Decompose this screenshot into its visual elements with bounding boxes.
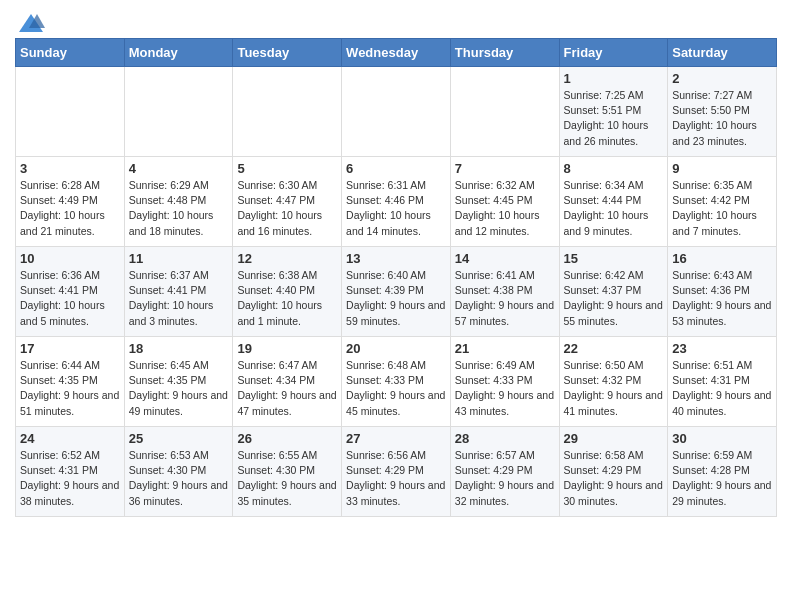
day-number: 7	[455, 161, 555, 176]
day-number: 27	[346, 431, 446, 446]
logo-icon	[17, 10, 45, 38]
calendar-cell: 15Sunrise: 6:42 AM Sunset: 4:37 PM Dayli…	[559, 247, 668, 337]
day-info: Sunrise: 6:52 AM Sunset: 4:31 PM Dayligh…	[20, 448, 120, 509]
day-number: 6	[346, 161, 446, 176]
calendar-cell: 17Sunrise: 6:44 AM Sunset: 4:35 PM Dayli…	[16, 337, 125, 427]
day-info: Sunrise: 6:50 AM Sunset: 4:32 PM Dayligh…	[564, 358, 664, 419]
day-info: Sunrise: 6:38 AM Sunset: 4:40 PM Dayligh…	[237, 268, 337, 329]
calendar-cell: 25Sunrise: 6:53 AM Sunset: 4:30 PM Dayli…	[124, 427, 233, 517]
day-info: Sunrise: 7:25 AM Sunset: 5:51 PM Dayligh…	[564, 88, 664, 149]
day-info: Sunrise: 6:44 AM Sunset: 4:35 PM Dayligh…	[20, 358, 120, 419]
day-number: 18	[129, 341, 229, 356]
day-number: 2	[672, 71, 772, 86]
day-info: Sunrise: 6:48 AM Sunset: 4:33 PM Dayligh…	[346, 358, 446, 419]
day-number: 20	[346, 341, 446, 356]
day-info: Sunrise: 6:58 AM Sunset: 4:29 PM Dayligh…	[564, 448, 664, 509]
day-info: Sunrise: 6:53 AM Sunset: 4:30 PM Dayligh…	[129, 448, 229, 509]
day-info: Sunrise: 6:35 AM Sunset: 4:42 PM Dayligh…	[672, 178, 772, 239]
calendar-cell	[450, 67, 559, 157]
day-info: Sunrise: 6:37 AM Sunset: 4:41 PM Dayligh…	[129, 268, 229, 329]
day-number: 12	[237, 251, 337, 266]
calendar-cell: 8Sunrise: 6:34 AM Sunset: 4:44 PM Daylig…	[559, 157, 668, 247]
calendar-cell	[16, 67, 125, 157]
day-number: 3	[20, 161, 120, 176]
calendar-cell: 6Sunrise: 6:31 AM Sunset: 4:46 PM Daylig…	[342, 157, 451, 247]
day-info: Sunrise: 6:47 AM Sunset: 4:34 PM Dayligh…	[237, 358, 337, 419]
day-number: 14	[455, 251, 555, 266]
calendar-cell: 3Sunrise: 6:28 AM Sunset: 4:49 PM Daylig…	[16, 157, 125, 247]
day-info: Sunrise: 7:27 AM Sunset: 5:50 PM Dayligh…	[672, 88, 772, 149]
column-header-thursday: Thursday	[450, 39, 559, 67]
calendar-week-row: 10Sunrise: 6:36 AM Sunset: 4:41 PM Dayli…	[16, 247, 777, 337]
day-number: 28	[455, 431, 555, 446]
day-info: Sunrise: 6:36 AM Sunset: 4:41 PM Dayligh…	[20, 268, 120, 329]
calendar-cell: 11Sunrise: 6:37 AM Sunset: 4:41 PM Dayli…	[124, 247, 233, 337]
day-number: 16	[672, 251, 772, 266]
calendar-week-row: 17Sunrise: 6:44 AM Sunset: 4:35 PM Dayli…	[16, 337, 777, 427]
calendar-cell: 20Sunrise: 6:48 AM Sunset: 4:33 PM Dayli…	[342, 337, 451, 427]
calendar-cell: 24Sunrise: 6:52 AM Sunset: 4:31 PM Dayli…	[16, 427, 125, 517]
day-info: Sunrise: 6:30 AM Sunset: 4:47 PM Dayligh…	[237, 178, 337, 239]
day-info: Sunrise: 6:28 AM Sunset: 4:49 PM Dayligh…	[20, 178, 120, 239]
calendar-cell: 28Sunrise: 6:57 AM Sunset: 4:29 PM Dayli…	[450, 427, 559, 517]
calendar-header-row: SundayMondayTuesdayWednesdayThursdayFrid…	[16, 39, 777, 67]
calendar-cell: 14Sunrise: 6:41 AM Sunset: 4:38 PM Dayli…	[450, 247, 559, 337]
calendar-cell: 10Sunrise: 6:36 AM Sunset: 4:41 PM Dayli…	[16, 247, 125, 337]
calendar-cell: 13Sunrise: 6:40 AM Sunset: 4:39 PM Dayli…	[342, 247, 451, 337]
day-info: Sunrise: 6:55 AM Sunset: 4:30 PM Dayligh…	[237, 448, 337, 509]
day-number: 17	[20, 341, 120, 356]
day-info: Sunrise: 6:45 AM Sunset: 4:35 PM Dayligh…	[129, 358, 229, 419]
calendar-cell: 4Sunrise: 6:29 AM Sunset: 4:48 PM Daylig…	[124, 157, 233, 247]
day-info: Sunrise: 6:56 AM Sunset: 4:29 PM Dayligh…	[346, 448, 446, 509]
day-number: 19	[237, 341, 337, 356]
column-header-wednesday: Wednesday	[342, 39, 451, 67]
calendar-cell: 16Sunrise: 6:43 AM Sunset: 4:36 PM Dayli…	[668, 247, 777, 337]
calendar-cell	[124, 67, 233, 157]
day-number: 26	[237, 431, 337, 446]
column-header-friday: Friday	[559, 39, 668, 67]
day-info: Sunrise: 6:57 AM Sunset: 4:29 PM Dayligh…	[455, 448, 555, 509]
calendar-cell: 30Sunrise: 6:59 AM Sunset: 4:28 PM Dayli…	[668, 427, 777, 517]
day-number: 30	[672, 431, 772, 446]
column-header-sunday: Sunday	[16, 39, 125, 67]
calendar-cell: 26Sunrise: 6:55 AM Sunset: 4:30 PM Dayli…	[233, 427, 342, 517]
day-info: Sunrise: 6:43 AM Sunset: 4:36 PM Dayligh…	[672, 268, 772, 329]
calendar-cell: 29Sunrise: 6:58 AM Sunset: 4:29 PM Dayli…	[559, 427, 668, 517]
day-number: 23	[672, 341, 772, 356]
calendar-cell: 18Sunrise: 6:45 AM Sunset: 4:35 PM Dayli…	[124, 337, 233, 427]
logo	[15, 10, 45, 32]
day-info: Sunrise: 6:59 AM Sunset: 4:28 PM Dayligh…	[672, 448, 772, 509]
day-number: 1	[564, 71, 664, 86]
day-info: Sunrise: 6:51 AM Sunset: 4:31 PM Dayligh…	[672, 358, 772, 419]
calendar-cell: 5Sunrise: 6:30 AM Sunset: 4:47 PM Daylig…	[233, 157, 342, 247]
day-number: 4	[129, 161, 229, 176]
calendar-week-row: 1Sunrise: 7:25 AM Sunset: 5:51 PM Daylig…	[16, 67, 777, 157]
day-number: 8	[564, 161, 664, 176]
calendar-cell: 27Sunrise: 6:56 AM Sunset: 4:29 PM Dayli…	[342, 427, 451, 517]
day-info: Sunrise: 6:32 AM Sunset: 4:45 PM Dayligh…	[455, 178, 555, 239]
calendar-cell	[342, 67, 451, 157]
column-header-tuesday: Tuesday	[233, 39, 342, 67]
day-info: Sunrise: 6:41 AM Sunset: 4:38 PM Dayligh…	[455, 268, 555, 329]
calendar-cell: 19Sunrise: 6:47 AM Sunset: 4:34 PM Dayli…	[233, 337, 342, 427]
calendar-week-row: 3Sunrise: 6:28 AM Sunset: 4:49 PM Daylig…	[16, 157, 777, 247]
calendar-cell: 2Sunrise: 7:27 AM Sunset: 5:50 PM Daylig…	[668, 67, 777, 157]
calendar-cell: 12Sunrise: 6:38 AM Sunset: 4:40 PM Dayli…	[233, 247, 342, 337]
calendar-cell: 1Sunrise: 7:25 AM Sunset: 5:51 PM Daylig…	[559, 67, 668, 157]
calendar-cell: 22Sunrise: 6:50 AM Sunset: 4:32 PM Dayli…	[559, 337, 668, 427]
day-number: 15	[564, 251, 664, 266]
day-number: 11	[129, 251, 229, 266]
page-header	[15, 10, 777, 32]
day-info: Sunrise: 6:34 AM Sunset: 4:44 PM Dayligh…	[564, 178, 664, 239]
calendar-table: SundayMondayTuesdayWednesdayThursdayFrid…	[15, 38, 777, 517]
column-header-monday: Monday	[124, 39, 233, 67]
day-number: 24	[20, 431, 120, 446]
day-number: 10	[20, 251, 120, 266]
day-number: 22	[564, 341, 664, 356]
day-number: 21	[455, 341, 555, 356]
day-number: 5	[237, 161, 337, 176]
day-info: Sunrise: 6:40 AM Sunset: 4:39 PM Dayligh…	[346, 268, 446, 329]
day-number: 9	[672, 161, 772, 176]
calendar-cell: 7Sunrise: 6:32 AM Sunset: 4:45 PM Daylig…	[450, 157, 559, 247]
day-info: Sunrise: 6:42 AM Sunset: 4:37 PM Dayligh…	[564, 268, 664, 329]
